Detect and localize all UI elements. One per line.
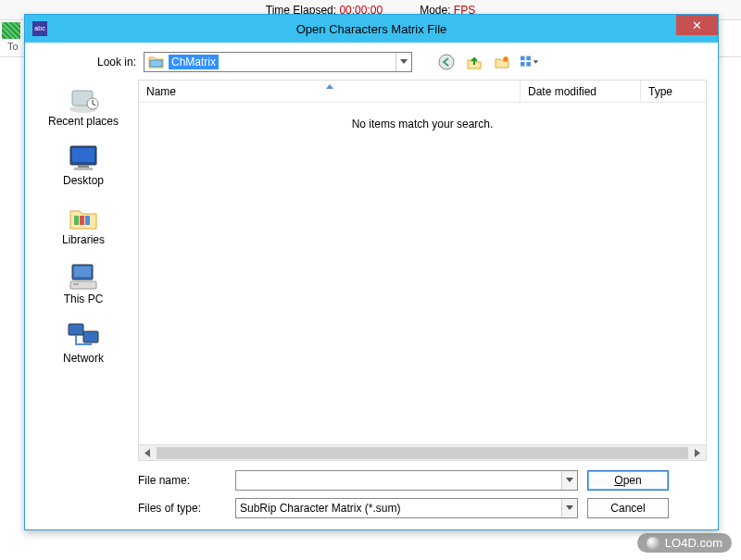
new-folder-button[interactable] [492,52,512,72]
thispc-icon [65,261,102,292]
cancel-label: Cancel [610,502,645,515]
lookin-combo[interactable]: ChMatrix [144,52,412,72]
places-label: Network [63,352,104,365]
folder-icon [148,55,165,69]
column-date-modified[interactable]: Date modified [521,81,641,102]
svg-rect-23 [69,324,83,335]
chevron-down-icon[interactable] [561,471,577,490]
main-area: Recent places Desktop [36,80,707,461]
watermark-text: LO4D.com [665,536,722,550]
filetype-select[interactable]: SubRip Character Matrix (*.sum) [235,498,578,518]
column-name[interactable]: Name [139,81,521,102]
places-network[interactable]: Network [36,317,131,370]
svg-rect-22 [73,283,79,285]
list-header: Name Date modified Type [139,81,706,103]
dialog-title-bar[interactable]: abc Open Characters Matrix File ✕ [25,15,718,43]
svg-rect-20 [74,267,91,277]
svg-rect-7 [521,62,525,67]
places-label: Desktop [63,174,104,187]
svg-rect-6 [526,56,531,61]
svg-rect-15 [74,168,93,170]
places-recent[interactable]: Recent places [36,80,131,133]
svg-rect-24 [83,331,98,342]
places-desktop[interactable]: Desktop [36,139,131,193]
svg-rect-8 [526,62,531,67]
svg-point-3 [439,55,454,69]
filetype-row: Files of type: SubRip Character Matrix (… [138,498,707,518]
filetype-value: SubRip Character Matrix (*.sum) [240,502,400,515]
background-small-label: To [7,41,19,52]
scroll-right-icon[interactable] [690,447,704,459]
lookin-value: ChMatrix [169,55,219,69]
svg-rect-16 [74,216,79,225]
svg-rect-14 [78,165,89,168]
svg-rect-2 [150,60,162,67]
dialog-title: Open Characters Matrix File [25,22,718,36]
background-swatch-icon [2,22,20,39]
svg-rect-5 [521,56,525,61]
bottom-controls: File name: Open Files of type: SubRip Ch… [36,470,707,518]
file-list: Name Date modified Type No items match y… [138,80,707,461]
places-thispc[interactable]: This PC [36,257,131,311]
desktop-icon [65,143,102,174]
cancel-button[interactable]: Cancel [587,498,669,518]
recent-places-icon [65,83,102,115]
dialog-body: Look in: ChMatrix [25,43,718,529]
lookin-toolbar [436,52,540,72]
network-icon [65,320,102,352]
lookin-label: Look in: [90,56,136,68]
chevron-down-icon[interactable] [561,499,577,517]
back-button[interactable] [436,52,457,72]
chevron-down-icon[interactable] [396,53,411,71]
up-one-level-button[interactable] [464,52,484,72]
sort-ascending-icon [326,80,333,93]
filename-row: File name: Open [138,470,707,491]
svg-rect-17 [80,216,84,225]
filename-label: File name: [138,474,226,487]
places-label: Libraries [62,233,105,246]
view-menu-button[interactable] [520,52,540,72]
places-label: Recent places [48,115,119,128]
open-file-dialog: abc Open Characters Matrix File ✕ Look i… [24,14,719,530]
places-bar: Recent places Desktop [36,80,131,461]
places-libraries[interactable]: Libraries [36,198,131,252]
close-icon: ✕ [692,19,702,32]
places-label: This PC [64,292,104,305]
horizontal-scrollbar[interactable] [139,444,706,460]
column-date-label: Date modified [528,85,597,98]
column-name-label: Name [146,85,176,98]
close-button[interactable]: ✕ [676,15,718,35]
watermark: LO4D.com [637,533,732,553]
column-type[interactable]: Type [641,81,706,102]
watermark-ball-icon [647,537,659,550]
scroll-left-icon[interactable] [141,447,155,459]
filetype-label: Files of type: [138,502,226,515]
list-body[interactable]: No items match your search. [139,103,706,444]
open-button[interactable]: Open [587,470,669,491]
svg-rect-18 [85,216,90,225]
lookin-row: Look in: ChMatrix [36,52,707,80]
column-type-label: Type [648,85,672,98]
empty-message: No items match your search. [139,118,706,131]
svg-rect-13 [72,148,94,162]
libraries-icon [65,202,102,233]
filename-input[interactable] [235,470,578,491]
scroll-thumb[interactable] [157,447,688,459]
